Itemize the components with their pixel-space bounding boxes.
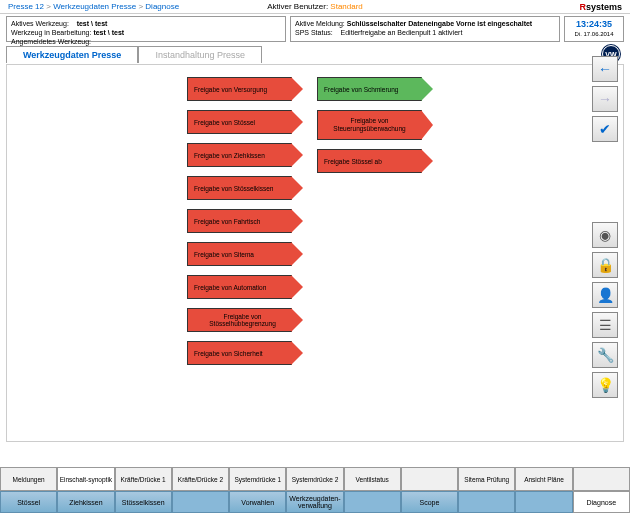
flow-step-8[interactable]: Freigabe von Sicherheit — [187, 341, 292, 365]
nav-0[interactable]: Stössel — [0, 491, 57, 513]
flow-step-7[interactable]: Freigabe von Stösselhubbegrenzung — [187, 308, 292, 332]
breadcrumb[interactable]: Presse 12 > Werkzeugdaten Presse > Diagn… — [8, 2, 179, 11]
bulb-icon[interactable]: 💡 — [592, 372, 618, 398]
subtab-8[interactable]: Sitema Prüfung — [458, 467, 515, 491]
datetime-box: 13:24:35 Di. 17.06.2014 — [564, 16, 624, 42]
subtab-4[interactable]: Systemdrücke 1 — [229, 467, 286, 491]
flow-step-5[interactable]: Freigabe von Sitema — [187, 242, 292, 266]
subtab-6[interactable]: Ventilstatus — [344, 467, 401, 491]
nav-2[interactable]: Stösselkissen — [115, 491, 172, 513]
nav-6 — [344, 491, 401, 513]
brand-logo: Rsystems — [579, 2, 622, 12]
subtab-2[interactable]: Kräfte/Drücke 1 — [115, 467, 172, 491]
nav-1[interactable]: Ziehkissen — [57, 491, 114, 513]
diagram-area: Freigabe von VersorgungFreigabe von Stös… — [6, 64, 624, 442]
subtab-7 — [401, 467, 458, 491]
back-icon[interactable]: ← — [592, 56, 618, 82]
flow-branch-0[interactable]: Freigabe von Schmierung — [317, 77, 422, 101]
subtab-1[interactable]: Einschalt-synoptik — [57, 467, 114, 491]
check-icon[interactable]: ✔ — [592, 116, 618, 142]
tab-werkzeugdaten[interactable]: Werkzeugdaten Presse — [6, 46, 138, 63]
subtab-9[interactable]: Ansicht Pläne — [515, 467, 572, 491]
flow-step-3[interactable]: Freigabe von Stösselkissen — [187, 176, 292, 200]
flow-branch-2[interactable]: Freigabe Stössel ab — [317, 149, 422, 173]
nav-10[interactable]: Diagnose — [573, 491, 630, 513]
tool-info-box: Aktives Werkzeug: test \ test Werkzeug i… — [6, 16, 286, 42]
nav-4[interactable]: Vorwahlen — [229, 491, 286, 513]
wrench-icon[interactable]: 🔧 — [592, 342, 618, 368]
forward-icon[interactable]: → — [592, 86, 618, 112]
flow-step-2[interactable]: Freigabe von Ziehkissen — [187, 143, 292, 167]
tab-instandhaltung[interactable]: Instandhaltung Presse — [138, 46, 262, 63]
subtab-3[interactable]: Kräfte/Drücke 2 — [172, 467, 229, 491]
flow-branch-1[interactable]: Freigabe von Steuerungsüberwachung — [317, 110, 422, 140]
nav-3 — [172, 491, 229, 513]
nav-7[interactable]: Scope — [401, 491, 458, 513]
flow-step-4[interactable]: Freigabe von Fahrtisch — [187, 209, 292, 233]
nav-8 — [458, 491, 515, 513]
camera-icon[interactable]: ◉ — [592, 222, 618, 248]
nav-9 — [515, 491, 572, 513]
flow-step-0[interactable]: Freigabe von Versorgung — [187, 77, 292, 101]
nav-5[interactable]: Werkzeugdaten-verwaltung — [286, 491, 343, 513]
status-info-box: Aktive Meldung: Schlüsselschalter Datene… — [290, 16, 560, 42]
subtab-0[interactable]: Meldungen — [0, 467, 57, 491]
subtab-10 — [573, 467, 630, 491]
list-icon[interactable]: ☰ — [592, 312, 618, 338]
active-user: Aktiver Benutzer: Standard — [267, 2, 363, 11]
flow-step-1[interactable]: Freigabe von Stössel — [187, 110, 292, 134]
lock-icon[interactable]: 🔒 — [592, 252, 618, 278]
subtab-5[interactable]: Systemdrücke 2 — [286, 467, 343, 491]
user-icon[interactable]: 👤 — [592, 282, 618, 308]
flow-step-6[interactable]: Freigabe von Automation — [187, 275, 292, 299]
